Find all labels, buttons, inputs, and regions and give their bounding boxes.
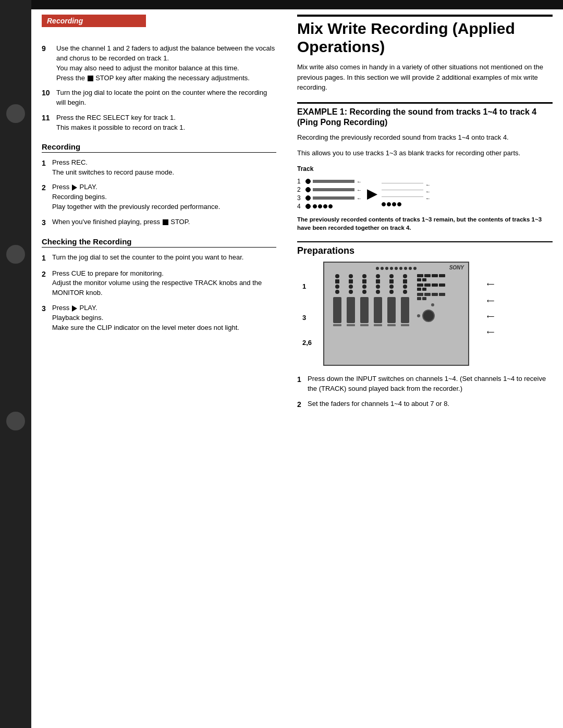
device-rlabel-1: ⟵: [487, 281, 494, 287]
ch6-d2: [403, 285, 407, 289]
t-bar-3: [313, 196, 354, 200]
rec-step-2-num: 2: [42, 182, 52, 212]
res-row-1: ←: [382, 182, 431, 188]
ch5-fader: [387, 297, 396, 323]
prep-step-1: 1 Press down the INPUT switches on chann…: [297, 374, 553, 394]
small-indicator: [431, 303, 434, 306]
stop-icon: [88, 76, 93, 81]
top-dots-row: [328, 267, 464, 270]
lcd-14: [424, 293, 431, 296]
device-rlabel-4: ⟵: [487, 329, 494, 335]
res-dot-4: [397, 202, 401, 206]
res-arr-2: ←: [425, 189, 431, 194]
rec-step-2: 2 Press PLAY.Recording begins.Play toget…: [42, 182, 276, 212]
ch-strip-4: [372, 274, 384, 326]
checking-subsection-title: Checking the Recording: [42, 237, 276, 248]
track-arrow-mid: ▶: [367, 187, 376, 201]
prep-title: Preparations: [297, 241, 553, 256]
lcd-10: [439, 283, 445, 287]
knob-area: [417, 310, 448, 322]
ch2-sq: [349, 279, 353, 283]
device-diagram-wrapper: 1 3 2,6 ⟵ ⟵ ⟵ ⟵ SONY: [323, 262, 485, 366]
step-10-number: 10: [42, 88, 56, 108]
track-after: ← ← ←: [382, 182, 431, 206]
prep-step-2-num: 2: [297, 399, 308, 410]
t-arr-1: ←: [357, 179, 362, 184]
check-step-3: 3 Press PLAY.Playback begins.Make sure t…: [42, 303, 276, 333]
rec-step-1-text: Press REC.The unit switches to record pa…: [52, 158, 174, 178]
ch2-d3: [349, 290, 353, 294]
lcd-9: [432, 283, 438, 287]
sidebar-bullet-1: [6, 104, 25, 123]
track-row-3: 3 ←: [297, 194, 362, 202]
d3: [385, 267, 388, 270]
check-step-2: 2 Press CUE to prepare for monitoring.Ad…: [42, 269, 276, 299]
ch1-base: [333, 324, 341, 326]
recording-subsection-title: Recording: [42, 142, 276, 153]
lcd-area-3: [417, 293, 447, 300]
right-column: Mix Write Recording (Applied Operations)…: [287, 9, 563, 425]
left-column: Recording 9 Use the channel 1 and 2 fade…: [31, 9, 287, 349]
check-step-3-text: Press PLAY.Playback begins.Make sure the…: [52, 303, 239, 333]
d7: [404, 267, 407, 270]
prep-step-1-num: 1: [297, 374, 308, 394]
recording-list: 1 Press REC.The unit switches to record …: [42, 158, 276, 228]
ch3-fader: [360, 297, 369, 323]
res-arr-3: ←: [425, 195, 431, 201]
ch1-d3: [335, 290, 339, 294]
step-10: 10 Turn the jog dial to locate the point…: [42, 88, 276, 108]
main-knob: [422, 310, 435, 322]
d8: [409, 267, 412, 270]
preparations-list: 1 Press down the INPUT switches on chann…: [297, 374, 553, 410]
t-dot-1: [305, 179, 311, 184]
device-label-26: 2,6: [302, 339, 312, 347]
rec-step-2-text: Press PLAY.Recording begins.Play togethe…: [52, 182, 220, 212]
ch6-base: [401, 324, 409, 326]
check-step-2-text: Press CUE to prepare for monitoring.Adju…: [52, 269, 276, 299]
res-bar-2: [382, 190, 423, 193]
ch3-dot: [362, 274, 366, 278]
ch5-d3: [389, 290, 394, 294]
res-dot-1: [382, 202, 386, 206]
ch4-d2: [376, 285, 380, 289]
ch2-d2: [349, 285, 353, 289]
check-step-1-text: Turn the jog dial to set the counter to …: [52, 253, 243, 263]
sidebar-bullet-3: [6, 412, 25, 430]
res-row-3: ←: [382, 195, 431, 201]
play-icon-2: [72, 305, 77, 312]
t-res-dot-1: [313, 204, 317, 208]
track-row-1: 1 ←: [297, 178, 362, 185]
prep-step-2-text: Set the faders for channels 1~4 to about…: [308, 399, 449, 410]
device-label-1: 1: [302, 282, 306, 290]
t-arr-2: ←: [357, 187, 362, 193]
check-step-2-num: 2: [42, 269, 52, 299]
device-box: SONY: [323, 262, 469, 366]
track-label: Track: [297, 165, 553, 172]
step-11: 11 Press the REC SELECT key for track 1.…: [42, 113, 276, 133]
t-num-4: 4: [297, 203, 303, 210]
rec-step-3: 3 When you've finished playing, press ST…: [42, 217, 276, 228]
ch5-base: [387, 324, 396, 326]
track-row-2: 2 ←: [297, 186, 362, 193]
d5: [395, 267, 398, 270]
ch1-dot: [335, 274, 339, 278]
step-9: 9 Use the channel 1 and 2 faders to adju…: [42, 44, 276, 83]
check-step-1-num: 1: [42, 253, 52, 263]
t-dot-4: [305, 204, 311, 209]
ch6-dot: [403, 274, 407, 278]
ch6-d3: [403, 290, 407, 294]
check-step-1: 1 Turn the jog dial to set the counter t…: [42, 253, 276, 263]
t-res-dot-4: [328, 204, 333, 208]
ch4-fader: [374, 297, 382, 323]
play-icon-1: [72, 184, 77, 191]
t-res-dot-3: [323, 204, 327, 208]
t-num-2: 2: [297, 186, 303, 193]
ch5-sq: [389, 279, 394, 283]
ch4-dot: [376, 274, 380, 278]
t-num-3: 3: [297, 194, 303, 202]
ch5-d2: [389, 285, 394, 289]
check-step-3-num: 3: [42, 303, 52, 333]
ch3-d3: [362, 290, 366, 294]
rec-step-1-num: 1: [42, 158, 52, 178]
rec-step-3-num: 3: [42, 217, 52, 228]
